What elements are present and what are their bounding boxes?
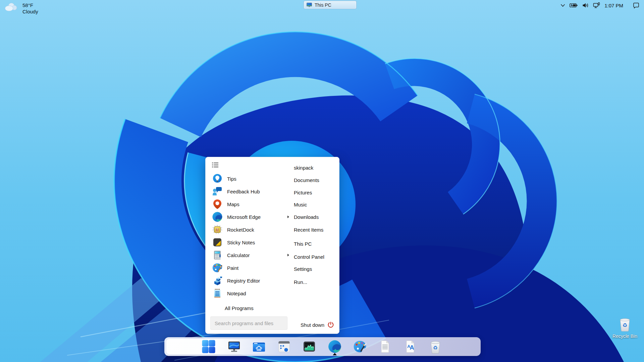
menu-item-label: Paint	[227, 265, 238, 271]
submenu-arrow-icon	[287, 216, 289, 218]
edge-running-indicator	[333, 353, 337, 355]
monitor-icon	[306, 2, 312, 8]
battery-charging-icon[interactable]	[570, 2, 578, 8]
notepad-icon	[212, 288, 223, 299]
notifications-icon[interactable]	[633, 2, 639, 9]
shutdown-button[interactable]: Shut down	[301, 321, 334, 328]
system-tray: 1:07 PM	[560, 1, 639, 9]
place-settings[interactable]: Settings	[294, 265, 336, 273]
tab-title: This PC	[315, 2, 331, 8]
start-menu-user[interactable]: skinpack	[294, 164, 336, 172]
feedback-hub-icon	[212, 186, 223, 197]
recycle-bin-label: Recycle Bin	[611, 334, 639, 339]
list-view-icon[interactable]	[212, 162, 219, 168]
place-downloads[interactable]: Downloads	[294, 214, 336, 221]
menu-item-registry-editor[interactable]: Registry Editor	[212, 274, 290, 287]
menu-item-label: Microsoft Edge	[227, 214, 261, 220]
network-icon[interactable]	[593, 2, 600, 9]
sticky-notes-icon	[212, 237, 223, 248]
menu-item-label: Maps	[227, 201, 239, 207]
menu-item-label: Notepad	[227, 291, 246, 296]
menu-item-label: Sticky Notes	[227, 240, 255, 245]
menu-item-label: Tips	[227, 176, 236, 182]
fonts-icon[interactable]: A A	[402, 339, 417, 354]
volume-icon[interactable]	[582, 2, 589, 8]
taskbar-dock: A A ♻	[164, 337, 481, 356]
menu-item-notepad[interactable]: Notepad	[212, 287, 290, 300]
shutdown-label: Shut down	[301, 322, 324, 328]
place-recent-items[interactable]: Recent Items	[294, 226, 336, 234]
windows-start-icon[interactable]	[201, 339, 216, 354]
rocketdock-icon: R	[212, 224, 223, 235]
submenu-arrow-icon	[287, 254, 289, 256]
paint-icon[interactable]	[353, 339, 367, 354]
calculator-icon	[212, 249, 223, 261]
recycle-bin-desktop-icon[interactable]: ♻ Recycle Bin	[611, 316, 639, 339]
this-pc-tab[interactable]: This PC	[304, 1, 357, 9]
control-panel-icon[interactable]	[277, 339, 291, 354]
menu-item-microsoft-edge[interactable]: Microsoft Edge	[212, 210, 290, 223]
search-input[interactable]	[210, 316, 287, 330]
power-icon	[327, 321, 334, 328]
menu-item-feedback-hub[interactable]: Feedback Hub	[212, 185, 290, 198]
svg-text:♻: ♻	[433, 345, 438, 351]
menu-item-maps[interactable]: Maps	[212, 198, 290, 210]
menu-item-label: RocketDock	[227, 227, 254, 233]
place-this-pc[interactable]: This PC	[294, 240, 336, 248]
recycle-bin-dock-icon[interactable]: ♻	[428, 339, 443, 354]
cloud-icon	[4, 2, 18, 12]
edge-icon	[212, 211, 223, 223]
file-explorer-icon[interactable]	[251, 339, 266, 354]
svg-text:R: R	[216, 228, 219, 233]
tray-expand-chevron-icon[interactable]	[560, 4, 565, 7]
menu-item-label: Registry Editor	[227, 278, 260, 284]
all-programs-button[interactable]: All Programs	[225, 302, 254, 315]
weather-widget[interactable]: 58°F Cloudy	[4, 2, 38, 15]
task-manager-icon[interactable]	[302, 339, 317, 354]
weather-temperature: 58°F	[22, 2, 38, 8]
registry-editor-icon	[212, 275, 223, 286]
svg-text:A: A	[410, 344, 414, 351]
desktop: 58°F Cloudy This PC	[0, 0, 644, 362]
computer-icon[interactable]	[227, 339, 241, 354]
menu-item-label: Calculator	[227, 252, 250, 258]
maps-icon	[212, 198, 223, 210]
menu-item-calculator[interactable]: Calculator	[212, 249, 290, 261]
menu-item-sticky-notes[interactable]: Sticky Notes	[212, 236, 290, 249]
start-menu: Tips Feedback Hub Maps	[205, 157, 339, 334]
clock[interactable]: 1:07 PM	[604, 3, 623, 8]
tips-icon	[212, 173, 223, 184]
svg-text:♻: ♻	[623, 322, 627, 328]
recycle-bin-icon: ♻	[617, 316, 633, 332]
paint-icon	[212, 262, 223, 274]
menu-item-tips[interactable]: Tips	[212, 172, 290, 185]
menu-item-rocketdock[interactable]: R RocketDock	[212, 223, 290, 236]
place-control-panel[interactable]: Control Panel	[294, 253, 336, 261]
place-run[interactable]: Run...	[294, 279, 336, 286]
menu-item-paint[interactable]: Paint	[212, 261, 290, 274]
document-icon[interactable]	[377, 339, 392, 354]
microsoft-edge-icon[interactable]	[327, 339, 342, 354]
weather-condition: Cloudy	[22, 8, 38, 15]
place-pictures[interactable]: Pictures	[294, 189, 336, 196]
place-music[interactable]: Music	[294, 201, 336, 208]
place-documents[interactable]: Documents	[294, 177, 336, 184]
menu-item-label: Feedback Hub	[227, 189, 260, 194]
